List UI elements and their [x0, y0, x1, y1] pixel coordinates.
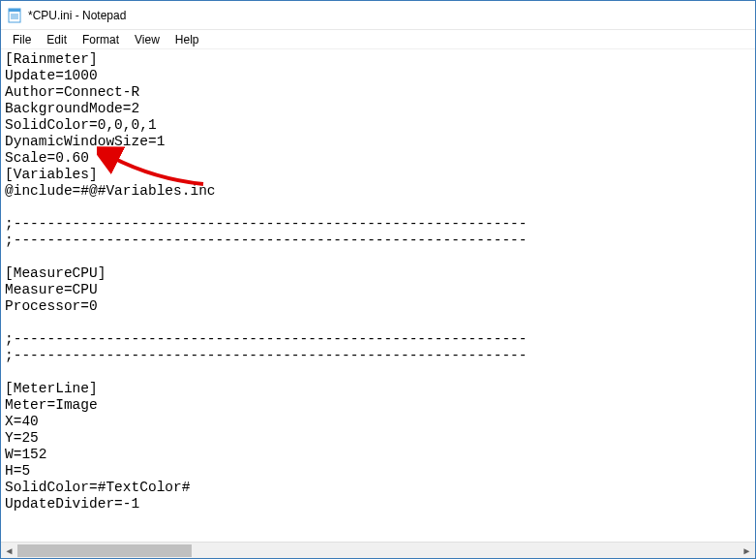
svg-rect-1	[9, 9, 20, 12]
text-editor[interactable]: [Rainmeter] Update=1000 Author=Connect-R…	[1, 49, 755, 542]
scrollbar-thumb[interactable]	[17, 544, 192, 557]
menu-help[interactable]: Help	[167, 31, 207, 48]
menu-format[interactable]: Format	[75, 31, 127, 48]
titlebar: *CPU.ini - Notepad	[1, 1, 755, 30]
editor-content: [Rainmeter] Update=1000 Author=Connect-R…	[5, 51, 528, 512]
window-title: *CPU.ini - Notepad	[28, 9, 126, 22]
horizontal-scrollbar[interactable]: ◄ ►	[1, 542, 755, 558]
menu-edit[interactable]: Edit	[39, 31, 75, 48]
menubar: File Edit Format View Help	[1, 30, 755, 49]
scroll-right-icon[interactable]: ►	[739, 543, 755, 559]
menu-view[interactable]: View	[127, 31, 167, 48]
menu-file[interactable]: File	[5, 31, 39, 48]
notepad-icon	[7, 8, 22, 23]
scroll-left-icon[interactable]: ◄	[1, 543, 17, 559]
notepad-window: *CPU.ini - Notepad File Edit Format View…	[0, 0, 756, 559]
